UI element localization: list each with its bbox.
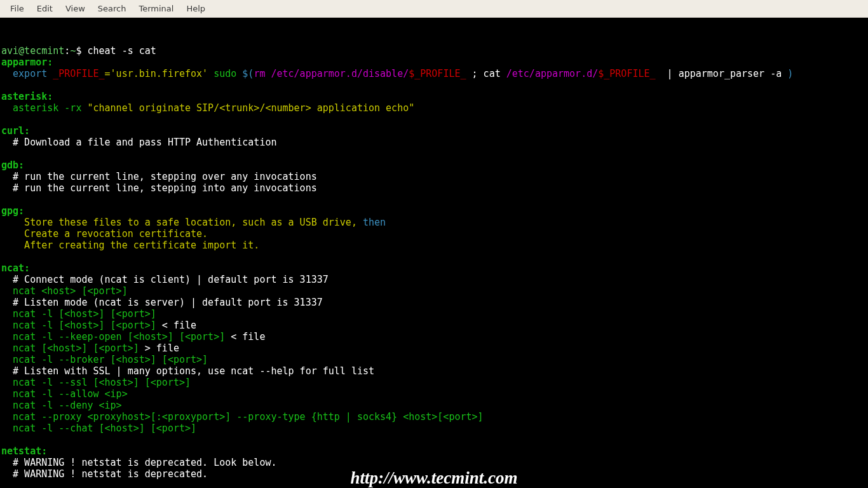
ncat-l14: ncat -l --chat [<host>] [<port>] xyxy=(1,423,196,434)
ncat-l4: ncat -l [<host>] [<port>] xyxy=(1,308,156,320)
then-keyword: then xyxy=(363,217,386,228)
section-curl: curl: xyxy=(1,125,30,137)
ncat-l5b: < file xyxy=(156,320,196,331)
curl-comment: # Download a file and pass HTTP Authenti… xyxy=(1,137,276,148)
gdb-l1: # run the current line, stepping over an… xyxy=(1,171,317,182)
path1: /etc/apparmor.d/disable/ xyxy=(271,68,409,79)
section-gdb: gdb: xyxy=(1,159,24,171)
section-netstat: netstat: xyxy=(1,445,47,457)
ncat-l10: ncat -l --ssl [<host>] [<port>] xyxy=(1,377,191,388)
gpg-l3: After creating the certificate import it… xyxy=(1,240,259,251)
prompt-userhost: avi@tecmint xyxy=(1,45,64,57)
ncat-l1: # Connect mode (ncat is client) | defaul… xyxy=(1,274,329,285)
menu-edit[interactable]: Edit xyxy=(31,1,59,17)
section-gpg: gpg: xyxy=(1,205,24,217)
subshell-close: ) xyxy=(787,68,793,79)
indent xyxy=(1,102,13,114)
section-ncat: ncat: xyxy=(1,262,30,274)
menu-help[interactable]: Help xyxy=(180,1,212,17)
gpg-l1a: Store these files to a safe location, su… xyxy=(1,217,363,228)
ncat-l6a: ncat -l --keep-open [<host>] [<port>] xyxy=(1,331,225,342)
ncat-l13: ncat --proxy <proxyhost>[:<proxyport>] -… xyxy=(1,411,484,423)
export-keyword: export xyxy=(13,68,47,79)
menu-file[interactable]: File xyxy=(4,1,31,17)
var-profile1: _PROFILE_ xyxy=(47,68,104,79)
netstat-l1: # WARNING ! netstat is deprecated. Look … xyxy=(1,457,276,468)
menu-search[interactable]: Search xyxy=(92,1,133,17)
subshell-open: $( xyxy=(242,68,254,79)
ncat-l8: ncat -l --broker [<host>] [<port>] xyxy=(1,354,208,365)
gdb-l2: # run the current line, stepping into an… xyxy=(1,182,317,194)
typed-command: cheat -s cat xyxy=(87,45,156,57)
ncat-l3: # Listen mode (ncat is server) | default… xyxy=(1,297,323,308)
terminal-area[interactable]: avi@tecmint:~$ cheat -s cat apparmor: ex… xyxy=(0,18,868,488)
ncat-l11: ncat -l --allow <ip> xyxy=(1,388,128,400)
ncat-l5a: ncat -l [<host>] [<port>] xyxy=(1,320,156,331)
ncat-l9: # Listen with SSL | many options, use nc… xyxy=(1,365,374,377)
rm-cmd: rm xyxy=(254,68,271,79)
menu-terminal[interactable]: Terminal xyxy=(132,1,180,17)
ncat-l7a: ncat [<host>] [<port>] xyxy=(1,342,139,354)
var-profile2: $_PROFILE_ xyxy=(409,68,466,79)
ncat-l12: ncat -l --deny <ip> xyxy=(1,400,122,411)
section-apparmor: apparmor: xyxy=(1,57,53,68)
menu-bar: File Edit View Search Terminal Help xyxy=(0,0,868,18)
semi-cat: ; cat xyxy=(466,68,506,79)
sudo-kw: sudo xyxy=(208,68,242,79)
netstat-l2: # WARNING ! netstat is deprecated. xyxy=(1,468,208,480)
ncat-l2: ncat <host> [<port>] xyxy=(1,285,128,297)
gpg-l2: Create a revocation certificate. xyxy=(1,228,208,240)
asterisk-str: "channel originate SIP/<trunk>/<number> … xyxy=(87,102,414,114)
menu-view[interactable]: View xyxy=(59,1,92,17)
section-asterisk: asterisk: xyxy=(1,91,53,102)
pipe-parser: | apparmor_parser -a xyxy=(656,68,788,79)
path2: /etc/apparmor.d/ xyxy=(506,68,599,79)
ncat-l6b: < file xyxy=(225,331,265,342)
ncat-l7b: > file xyxy=(139,342,179,354)
asterisk-cmd: asterisk -rx xyxy=(13,102,87,114)
assign-str: ='usr.bin.firefox' xyxy=(105,68,208,79)
var-profile3: $_PROFILE_ xyxy=(598,68,655,79)
indent xyxy=(1,68,13,79)
